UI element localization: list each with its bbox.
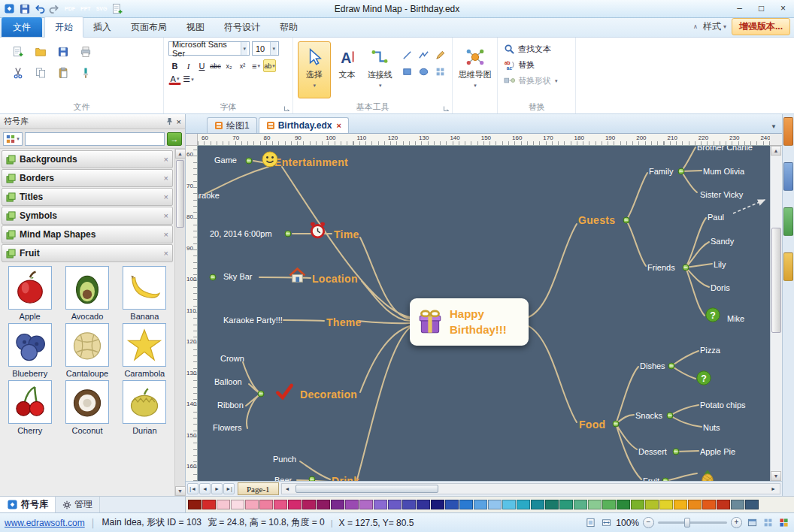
vertical-scrollbar[interactable]: ▲ ▼ [770, 146, 782, 481]
page-tab[interactable]: Page-1 [238, 482, 279, 495]
color-swatch-13[interactable] [374, 500, 387, 509]
library-category-borders[interactable]: Borders× [2, 169, 173, 187]
line-tool-icon[interactable] [399, 47, 414, 62]
save-icon[interactable] [18, 2, 31, 15]
collapse-toggle[interactable] [258, 391, 265, 397]
mindmap-node-beer[interactable]: Beer [274, 476, 292, 481]
collapse-toggle[interactable] [678, 168, 685, 175]
color-swatch-33[interactable] [659, 500, 673, 509]
zoom-out-button[interactable]: − [643, 517, 654, 528]
mindmap-node-nuts[interactable]: Nuts [703, 423, 720, 432]
color-swatch-12[interactable] [359, 500, 373, 509]
collapse-toggle[interactable] [613, 421, 620, 428]
font-size-select[interactable]: 10 ▾ [252, 41, 279, 56]
library-shape-blueberry[interactable]: Blueberry [2, 323, 57, 378]
color-swatch-23[interactable] [517, 500, 530, 509]
color-swatch-7[interactable] [288, 500, 302, 509]
color-swatch-18[interactable] [445, 500, 459, 509]
document-tab-drawing1[interactable]: 绘图1 [207, 117, 257, 133]
color-swatch-17[interactable] [431, 500, 444, 509]
pin-icon[interactable] [165, 117, 174, 125]
mindmap-node-doris[interactable]: Doris [711, 283, 730, 292]
library-shape-durian[interactable]: Durian [117, 380, 172, 435]
mindmap-node-karaoke-party[interactable]: Karaoke Party!!! [223, 316, 283, 325]
text-tool-button[interactable]: A 文本 [331, 41, 364, 98]
color-swatch-31[interactable] [631, 500, 644, 509]
mindmap-node-paul[interactable]: Paul [708, 213, 724, 222]
color-swatch-4[interactable] [245, 500, 259, 509]
tab-symbol-library[interactable]: 符号库 [0, 497, 56, 512]
mindmap-node-sandy[interactable]: Sandy [711, 237, 734, 246]
ribbon-tab-开始[interactable]: 开始 [44, 17, 83, 38]
category-close-icon[interactable]: × [164, 155, 168, 164]
task-pane-tab-2[interactable] [783, 162, 793, 191]
font-dialog-launcher-icon[interactable] [283, 105, 290, 112]
color-swatch-6[interactable] [274, 500, 287, 509]
open-file-button[interactable] [32, 44, 50, 60]
replace-shape-button[interactable]: 替换形状 ▾ [502, 73, 571, 89]
color-swatch-11[interactable] [345, 500, 359, 509]
ribbon-tab-页面布局[interactable]: 页面布局 [121, 17, 177, 37]
mindmap-node-sky-bar[interactable]: Sky Bar [223, 272, 253, 281]
collapse-toggle[interactable] [667, 413, 674, 419]
scroll-left-icon[interactable]: ◄ [282, 483, 293, 494]
collapse-toggle[interactable] [683, 264, 689, 271]
mindmap-node-apple-pie[interactable]: Apple Pie [700, 447, 735, 456]
highlight-color-button[interactable]: ab▾ [263, 59, 276, 72]
bold-button[interactable]: B [168, 59, 181, 72]
fullscreen-icon[interactable] [746, 517, 758, 529]
mindmap-node-20-2014-6-00pm[interactable]: 20, 2014 6:00pm [210, 229, 272, 238]
scroll-up-icon[interactable]: ▲ [175, 149, 186, 159]
font-color-button[interactable]: A▾ [168, 74, 181, 85]
color-swatch-14[interactable] [388, 500, 402, 509]
library-search-input[interactable] [25, 132, 165, 146]
mindmap-node-game[interactable]: Game [214, 156, 237, 165]
last-page-icon[interactable]: ►| [223, 483, 235, 494]
scroll-thumb[interactable] [295, 485, 438, 493]
ribbon-tab-帮助[interactable]: 帮助 [270, 17, 308, 37]
italic-button[interactable]: I [182, 59, 195, 72]
mindmap-node-decoration[interactable]: Decoration [300, 388, 357, 401]
mindmap-node-potato-chips[interactable]: Potato chips [700, 401, 746, 410]
mindmap-node-lily[interactable]: Lily [714, 260, 726, 269]
collapse-toggle[interactable] [309, 476, 316, 482]
category-close-icon[interactable]: × [164, 192, 168, 201]
task-pane-tab-4[interactable] [783, 252, 793, 281]
undo-icon[interactable] [33, 2, 46, 15]
color-swatch-36[interactable] [702, 500, 716, 509]
basic-tools-dialog-launcher-icon[interactable] [443, 105, 450, 112]
first-page-icon[interactable]: |◄ [187, 483, 198, 494]
font-family-select[interactable]: Microsoft Sans Ser ▾ [168, 41, 250, 56]
library-shape-banana[interactable]: Banana [117, 266, 172, 321]
ellipse-tool-icon[interactable] [416, 64, 431, 79]
mindmap-node-time[interactable]: Time [334, 228, 359, 240]
pan-zoom-icon[interactable] [762, 517, 774, 529]
mindmap-node-karaoke[interactable]: Karaoke [198, 191, 220, 200]
theme-color-icon[interactable] [777, 517, 789, 529]
color-swatch-10[interactable] [331, 500, 344, 509]
ribbon-tab-符号设计[interactable]: 符号设计 [214, 17, 270, 37]
ribbon-tab-视图[interactable]: 视图 [177, 17, 214, 37]
library-category-titles[interactable]: Titles× [2, 188, 173, 206]
category-close-icon[interactable]: × [164, 211, 168, 220]
fit-page-icon[interactable] [584, 517, 596, 529]
collapse-toggle[interactable] [668, 363, 675, 370]
color-swatch-8[interactable] [302, 500, 316, 509]
color-swatch-34[interactable] [674, 500, 687, 509]
collapse-toggle[interactable] [662, 478, 669, 482]
scroll-thumb[interactable] [771, 228, 781, 333]
mindmap-node-food[interactable]: Food [579, 419, 605, 431]
category-close-icon[interactable]: × [164, 174, 168, 183]
mindmap-node-dishes[interactable]: Dishes [640, 361, 665, 370]
color-swatch-38[interactable] [731, 500, 744, 509]
color-swatch-21[interactable] [488, 500, 502, 509]
edrawsoft-link[interactable]: www.edrawsoft.com [5, 518, 85, 528]
color-swatch-20[interactable] [474, 500, 487, 509]
color-swatch-35[interactable] [688, 500, 702, 509]
collapse-toggle[interactable] [673, 449, 680, 455]
library-shape-avocado[interactable]: Avocado [59, 266, 114, 321]
color-swatch-0[interactable] [188, 500, 202, 509]
replace-button[interactable]: abac 替换 [502, 57, 571, 73]
pencil-tool-icon[interactable] [432, 47, 447, 62]
task-pane-tab-3[interactable] [783, 207, 793, 236]
